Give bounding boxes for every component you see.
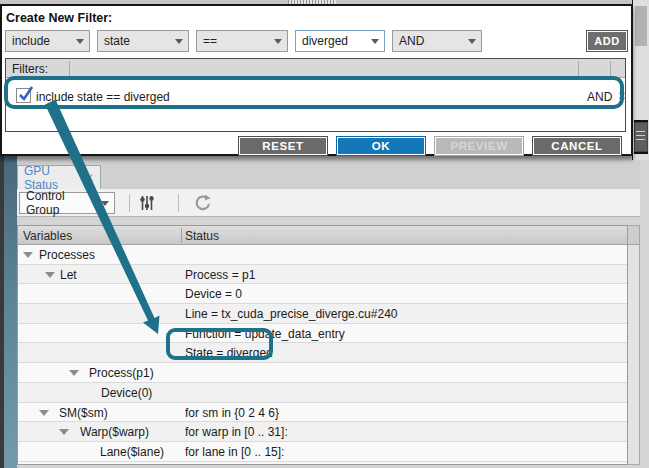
row-status: for sm in {0 2 4 6} <box>185 406 279 420</box>
filters-header-divider <box>610 61 611 76</box>
table-row[interactable]: Processes <box>18 245 627 265</box>
table-row[interactable]: Line = tx_cuda_precise_diverge.cu#240 <box>18 304 627 324</box>
reset-button[interactable]: RESET <box>238 136 328 156</box>
chevron-down-icon <box>468 39 476 44</box>
control-group-select[interactable]: Control Group <box>19 192 115 214</box>
row-status-highlighted: State = diverged <box>185 346 273 360</box>
dialog-title: Create New Filter: <box>6 11 112 25</box>
table-row[interactable]: Warp($warp)for warp in [0 .. 31]: <box>18 422 627 442</box>
filters-header-divider <box>578 61 579 76</box>
filter-row-expression: state == diverged <box>77 90 170 104</box>
column-header-status[interactable]: Status <box>185 229 219 243</box>
control-group-label: Control Group <box>26 189 96 217</box>
row-status: Device = 0 <box>185 287 242 301</box>
expander-triangle-icon[interactable] <box>59 429 69 435</box>
filter-connector-value: AND <box>399 34 424 48</box>
chevron-down-icon <box>76 39 84 44</box>
row-variable: Let <box>60 268 77 282</box>
column-header-variables[interactable]: Variables <box>23 229 72 243</box>
filter-variable-value: state <box>104 34 130 48</box>
refresh-icon <box>192 193 212 213</box>
row-variable: Device(0) <box>101 386 152 400</box>
table-row[interactable]: Lane($lane)for lane in [0 .. 15]: <box>18 442 627 462</box>
sidebar-strip <box>4 156 17 468</box>
filter-operator-value: == <box>203 34 217 48</box>
tab-bar: GPU Status ✕ <box>17 162 640 189</box>
table-row[interactable]: Device(0) <box>18 383 627 403</box>
expander-triangle-icon[interactable] <box>45 272 55 278</box>
condition-builder: includestate==divergedANDADD <box>5 30 628 52</box>
table-row[interactable]: State = diverged <box>18 343 627 363</box>
gpu-status-tab[interactable]: GPU Status ✕ <box>17 165 101 190</box>
expander-triangle-icon[interactable] <box>69 370 79 376</box>
filter-settings-button[interactable] <box>130 194 164 212</box>
table-scrollbar[interactable] <box>628 225 640 465</box>
table-row[interactable]: LetProcess = p1 <box>18 265 627 285</box>
refresh-button[interactable] <box>185 193 219 213</box>
row-status: for lane in [0 .. 15]: <box>185 445 284 459</box>
filter-action-value: include <box>12 34 50 48</box>
table-row[interactable]: Process(p1) <box>18 363 627 383</box>
cancel-button[interactable]: CANCEL <box>532 136 622 156</box>
filter-remove-button[interactable]: ✕ <box>617 89 627 103</box>
table-header: Variables Status <box>18 226 627 245</box>
filter-connector-select[interactable]: AND <box>392 30 482 52</box>
filter-value-select[interactable]: diverged <box>295 30 385 52</box>
filter-enabled-checkbox[interactable] <box>16 88 31 103</box>
gpu-status-toolbar: Control Group <box>17 189 640 217</box>
filter-operator-select[interactable]: == <box>196 30 288 52</box>
toolbar-separator <box>178 194 179 212</box>
filters-box: Filters: includestate == divergedAND✕ <box>5 58 626 132</box>
dialog-buttons: RESET OK PREVIEW CANCEL <box>2 136 622 156</box>
expander-triangle-icon[interactable] <box>23 252 33 258</box>
filter-row-connector[interactable]: AND <box>587 90 612 104</box>
row-status: Line = tx_cuda_precise_diverge.cu#240 <box>185 307 397 321</box>
create-filter-dialog: Create New Filter: includestate==diverge… <box>0 4 633 156</box>
row-variable: SM($sm) <box>59 406 108 420</box>
add-button[interactable]: ADD <box>586 30 628 52</box>
row-status: Function = update_data_entry <box>185 327 345 341</box>
filter-row[interactable]: includestate == divergedAND✕ <box>6 85 625 109</box>
ok-button[interactable]: OK <box>336 136 426 156</box>
row-status: Process = p1 <box>185 268 255 282</box>
filters-header-divider <box>69 61 70 76</box>
table-row[interactable]: Function = update_data_entry <box>18 324 627 344</box>
table-row[interactable]: SM($sm)for sm in {0 2 4 6} <box>18 403 627 423</box>
variables-table: Variables Status ProcessesLetProcess = p… <box>17 225 628 465</box>
preview-button[interactable]: PREVIEW <box>434 136 524 156</box>
scrollbar-header-cap <box>628 226 639 245</box>
table-row[interactable]: Device = 0 <box>18 284 627 304</box>
scrollbar-track-block <box>635 6 647 46</box>
column-divider[interactable] <box>181 228 182 243</box>
sliders-icon <box>138 194 156 212</box>
tab-close-icon[interactable]: ✕ <box>84 171 94 185</box>
chevron-down-icon <box>274 39 282 44</box>
row-variable: Warp($warp) <box>80 425 149 439</box>
filters-header: Filters: <box>6 59 625 78</box>
chevron-down-icon <box>175 39 183 44</box>
filter-value-value: diverged <box>302 34 348 48</box>
row-variable: Lane($lane) <box>100 445 164 459</box>
expander-triangle-icon[interactable] <box>39 410 49 416</box>
checkmark-icon <box>17 85 34 102</box>
row-variable: Process(p1) <box>89 366 154 380</box>
filter-action-select[interactable]: include <box>5 30 90 52</box>
table-body: ProcessesLetProcess = p1Device = 0Line =… <box>18 245 627 464</box>
row-status: for warp in [0 .. 31]: <box>185 425 288 439</box>
chevron-down-icon <box>371 39 379 44</box>
row-variable: Processes <box>39 248 95 262</box>
scrollbar-thumb[interactable] <box>634 120 648 154</box>
filter-row-action: include <box>36 90 74 104</box>
thumb-grip-icon <box>636 131 645 143</box>
filters-label: Filters: <box>12 62 48 76</box>
filter-variable-select[interactable]: state <box>97 30 189 52</box>
chevron-down-icon <box>101 201 109 206</box>
